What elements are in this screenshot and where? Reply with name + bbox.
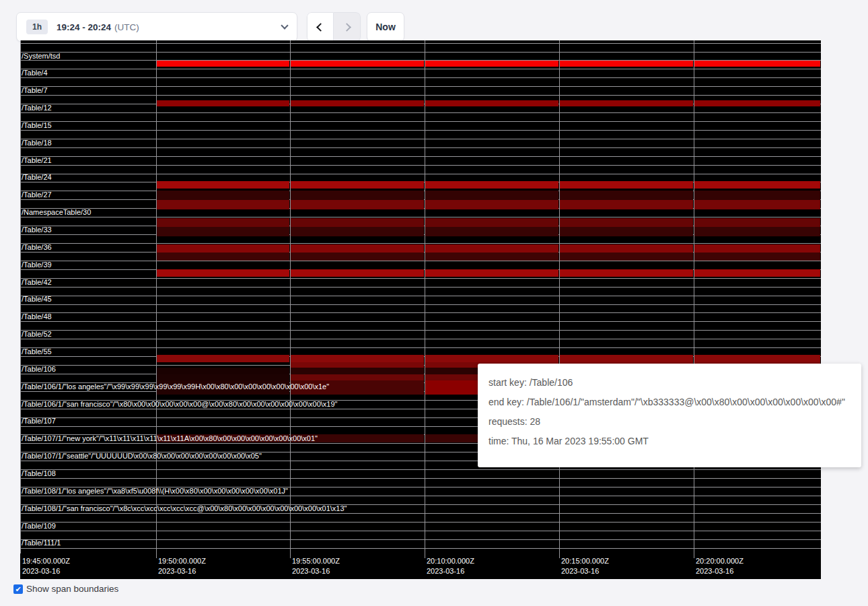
hot-range-bar[interactable] <box>291 244 424 252</box>
chevron-left-icon <box>316 23 325 32</box>
hot-range-bar[interactable] <box>157 181 289 189</box>
prev-time-button[interactable] <box>307 12 334 42</box>
hot-range-bar[interactable] <box>291 227 424 236</box>
hot-range-bar[interactable] <box>694 218 820 227</box>
span-key-label: /Table/106/1/"san francisco"/"\x80\x00\x… <box>22 400 338 409</box>
hot-range-bar[interactable] <box>694 191 820 200</box>
hot-range-bar[interactable] <box>157 61 289 67</box>
hot-range-bar[interactable] <box>425 218 558 227</box>
hot-range-bar[interactable] <box>291 181 424 189</box>
axis-tick-mark <box>425 553 425 558</box>
hot-range-bar[interactable] <box>291 61 424 67</box>
hot-range-bar[interactable] <box>157 227 289 236</box>
hot-range-bar[interactable] <box>157 368 289 374</box>
hot-range-bar[interactable] <box>157 100 289 106</box>
hot-range-bar[interactable] <box>694 355 820 362</box>
hot-range-bar[interactable] <box>291 218 424 227</box>
hot-range-bar[interactable] <box>560 191 693 200</box>
hot-range-bar[interactable] <box>157 355 289 362</box>
hot-range-bar[interactable] <box>560 218 693 227</box>
hot-range-bar[interactable] <box>291 100 424 106</box>
span-boundary-line <box>20 147 821 148</box>
span-key-label: /System/tsd <box>22 52 60 61</box>
duration-badge: 1h <box>26 20 48 34</box>
hot-range-bar[interactable] <box>560 100 693 106</box>
time-gridline <box>20 40 21 553</box>
hot-range-bar[interactable] <box>291 269 424 277</box>
hot-range-bar[interactable] <box>291 368 424 374</box>
hot-range-bar[interactable] <box>425 181 558 189</box>
next-time-button[interactable] <box>334 12 361 42</box>
hot-range-bar[interactable] <box>157 218 289 227</box>
hot-range-bar[interactable] <box>560 61 693 67</box>
hot-range-bar[interactable] <box>560 200 693 209</box>
hot-range-bar[interactable] <box>425 244 558 252</box>
hot-range-bar[interactable] <box>560 355 693 362</box>
span-boundary-line <box>20 287 821 288</box>
axis-tick-time: 19:50:00.000Z <box>158 557 206 565</box>
hot-range-bar[interactable] <box>291 374 424 380</box>
span-key-label: /Table/45 <box>22 295 52 304</box>
span-key-label: /Table/107/1/"seattle"/"UUUUUUD\x00\x80\… <box>22 452 262 461</box>
tooltip-end-key: end key: /Table/106/1/"amsterdam"/"\xb33… <box>489 397 851 407</box>
hot-range-bar[interactable] <box>157 200 289 209</box>
hot-range-bar[interactable] <box>291 252 424 261</box>
time-range-picker[interactable]: 1h 19:24 - 20:24 (UTC) <box>16 12 297 42</box>
hot-range-bar[interactable] <box>157 269 289 277</box>
hot-range-bar[interactable] <box>425 355 558 362</box>
axis-tick-date: 2023-03-16 <box>158 567 196 575</box>
hot-range-bar[interactable] <box>291 362 424 368</box>
hot-range-bar[interactable] <box>560 269 693 277</box>
hot-range-bar[interactable] <box>560 227 693 236</box>
hot-range-bar[interactable] <box>560 181 693 189</box>
time-gridline <box>559 40 560 553</box>
hot-range-bar[interactable] <box>425 191 558 200</box>
span-boundary-line <box>20 243 821 244</box>
hot-range-bar[interactable] <box>560 252 693 261</box>
hot-range-bar[interactable] <box>694 61 820 67</box>
span-key-label: /Table/21 <box>22 156 52 165</box>
hot-range-bar[interactable] <box>694 252 820 261</box>
hot-range-bar[interactable] <box>694 244 820 252</box>
hot-range-bar[interactable] <box>157 191 289 200</box>
hot-range-bar[interactable] <box>425 61 558 67</box>
time-gridline <box>425 40 425 553</box>
hot-range-bar[interactable] <box>425 200 558 209</box>
hot-range-bar[interactable] <box>694 227 820 236</box>
span-boundary-line <box>20 339 821 339</box>
hot-range-bar[interactable] <box>694 200 820 209</box>
timezone-label: (UTC) <box>114 22 139 32</box>
span-boundary-line <box>20 130 821 131</box>
hot-range-bar[interactable] <box>157 374 289 380</box>
chevron-down-icon <box>281 22 288 29</box>
span-key-label: /Table/48 <box>22 312 52 321</box>
span-key-label: /Table/52 <box>22 330 52 339</box>
span-boundary-line <box>20 330 821 331</box>
span-boundary-line <box>20 312 821 313</box>
hot-range-bar[interactable] <box>694 269 820 277</box>
now-button[interactable]: Now <box>367 12 404 42</box>
tooltip-requests: requests: 28 <box>489 416 851 427</box>
hot-range-bar[interactable] <box>291 200 424 209</box>
hot-range-bar[interactable] <box>157 244 289 252</box>
hot-range-bar[interactable] <box>425 252 558 261</box>
key-visualizer-canvas[interactable]: /System/tsd/Table/4/Table/7/Table/12/Tab… <box>20 40 821 579</box>
span-key-label: /Table/109 <box>22 522 56 531</box>
hot-range-bar[interactable] <box>560 244 693 252</box>
hot-range-bar[interactable] <box>694 181 820 189</box>
span-key-label: /Table/55 <box>22 347 52 356</box>
hot-range-bar[interactable] <box>291 191 424 200</box>
hot-range-bar[interactable] <box>157 252 289 261</box>
axis-tick-date: 2023-03-16 <box>561 567 599 575</box>
hot-range-bar[interactable] <box>291 355 424 362</box>
hot-range-bar[interactable] <box>425 100 558 106</box>
hot-range-bar[interactable] <box>425 269 558 277</box>
span-key-label: /Table/4 <box>22 69 48 77</box>
span-boundary-line <box>20 112 821 113</box>
heatmap-area[interactable]: /System/tsd/Table/4/Table/7/Table/12/Tab… <box>20 40 821 553</box>
hot-range-bar[interactable] <box>694 100 820 106</box>
hot-range-bar[interactable] <box>425 227 558 236</box>
show-span-boundaries-checkbox[interactable]: ✔ <box>13 584 23 594</box>
span-key-label: /Table/108 <box>22 469 56 478</box>
axis-tick-date: 2023-03-16 <box>696 567 733 575</box>
